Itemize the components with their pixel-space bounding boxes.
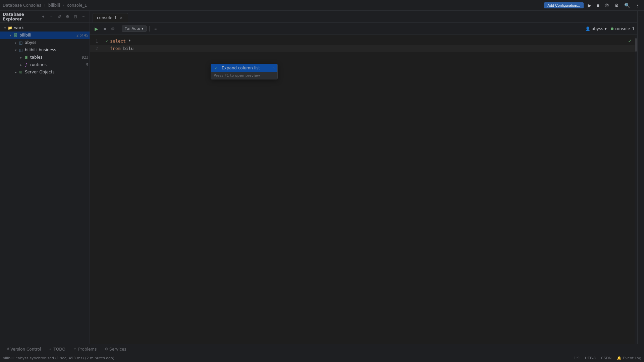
remove-icon-btn[interactable]: − [48,13,55,20]
user-icon: 👤 [585,26,590,31]
autocomplete-hint: Press F1 to open preview [211,72,277,79]
bottom-tab-version-control[interactable]: ⑆ Version Control [3,344,45,354]
add-icon-btn[interactable]: + [40,13,47,20]
stop-icon-btn[interactable]: ■ [595,2,601,9]
problems-icon: ⚠ [73,347,77,351]
connection-user-label: abyss [592,26,603,31]
status-msg-text: bilibili: *abyss synchronized (1 sec, 49… [3,356,114,360]
line-gutter-1: ✓ [103,38,110,45]
stop-button[interactable]: ■ [101,25,108,32]
code-text-1: select * [110,38,131,45]
scrollbar-thumb [635,38,637,52]
code-text-2: from bilu [110,45,133,52]
breadcrumb: Database Consoles › bilibili › console_1 [3,3,87,8]
title-bar: Database Consoles › bilibili › console_1… [0,0,644,11]
tree-item-tables[interactable]: ⊞ tables 923 [0,54,90,61]
status-event-log[interactable]: 🔔 Event Log [617,356,641,360]
connection-console-badge[interactable]: console_1 [611,26,635,31]
status-bar: bilibili: *abyss synchronized (1 sec, 49… [0,354,644,362]
add-configuration-button[interactable]: Add Configuration... [544,2,583,8]
tree-badge-bilibili: 2 of 45 [76,34,88,37]
bottom-tab-services[interactable]: ⚙ Services [101,344,130,354]
run-icon-btn[interactable]: ▶ [586,2,593,9]
valid-indicator-icon: ✓ [628,38,632,44]
tree-item-server-objects[interactable]: ⊞ Server Objects [0,68,90,76]
tree-item-routines[interactable]: ƒ routines 5 [0,61,90,68]
status-msg: bilibili: *abyss synchronized (1 sec, 49… [3,356,114,360]
position-text: 1:9 [574,356,580,360]
schema-icon-abyss: ◫ [18,40,23,45]
status-encoding[interactable]: UTF-8 [585,356,596,360]
tree-label-server-objects: Server Objects [25,70,88,74]
search-icon-btn[interactable]: 🔍 [623,2,631,9]
database-tree: 📁 work 🗄 bilibili 2 of 45 ◫ abyss ◫ bili… [0,23,90,344]
server-icon-objects: ⊞ [18,69,23,75]
left-panel: Database Explorer + − ↺ ⚙ ⊟ ⋯ 📁 work 🗄 [0,11,90,344]
table-group-icon-tables: ⊞ [23,55,29,60]
autocomplete-item-label: Expand column list [222,66,271,70]
check-icon-1: ✓ [105,38,108,45]
version-control-icon: ⑆ [7,347,9,351]
autocomplete-item-expand[interactable]: ✓ Expand column list › [211,64,277,72]
debug-icon-btn[interactable]: ⑩ [603,2,610,9]
breadcrumb-console[interactable]: console_1 [67,3,87,8]
chevron-work [3,25,7,30]
bottom-tab-problems-label: Problems [78,347,97,352]
tree-more-icon-btn[interactable]: ⋯ [80,13,87,20]
chevron-bilibili-business [13,48,18,52]
panel-header: Database Explorer + − ↺ ⚙ ⊟ ⋯ [0,11,90,23]
tree-item-work[interactable]: 📁 work [0,24,90,32]
main-layout: Database Explorer + − ↺ ⚙ ⊟ ⋯ 📁 work 🗄 [0,11,644,344]
bottom-panel: ⑆ Version Control ✓ TODO ⚠ Problems ⚙ Se… [0,344,644,354]
services-icon: ⚙ [105,347,108,351]
tree-label-routines: routines [30,62,85,67]
tree-item-abyss[interactable]: ◫ abyss [0,39,90,46]
filter-icon-btn[interactable]: ⊟ [72,13,79,20]
debug-toolbar-button[interactable]: ⑩ [109,25,116,32]
tree-badge-routines: 5 [86,63,88,67]
tree-badge-tables: 923 [82,56,88,59]
bottom-tab-problems[interactable]: ⚠ Problems [69,344,101,354]
more-toolbar-button[interactable]: ≡ [152,25,159,32]
panel-title: Database Explorer [3,12,40,21]
tree-item-bilibili[interactable]: 🗄 bilibili 2 of 45 [0,32,90,39]
tab-close-icon[interactable]: ✕ [119,15,124,20]
breadcrumb-bilibili[interactable]: bilibili [48,3,60,8]
right-content: console_1 ✕ ▶ ■ ⑩ Tx: Auto ▾ ≡ 👤 abyss ▾ [90,11,637,344]
run-button[interactable]: ▶ [93,25,100,33]
tx-badge[interactable]: Tx: Auto ▾ [122,25,147,32]
settings-icon-btn[interactable]: ⚙ [613,2,620,9]
scrollbar[interactable] [635,35,637,344]
bottom-tab-todo-label: TODO [54,347,65,352]
conn-chevron-icon: ▾ [604,26,606,31]
right-sidebar-icon: ⋮ [638,13,644,19]
folder-icon-work: 📁 [7,25,13,31]
right-sidebar: ⋮ [637,11,644,344]
status-position[interactable]: 1:9 [574,356,580,360]
more-icon-btn[interactable]: ⋮ [634,2,641,9]
autocomplete-expand-icon: ✓ [214,65,219,71]
title-bar-right: Add Configuration... ▶ ■ ⑩ ⚙ 🔍 ⋮ [544,2,641,9]
panel-toolbar: + − ↺ ⚙ ⊟ ⋯ [40,13,87,20]
tree-item-bilibili-business[interactable]: ◫ bilibili_business [0,46,90,54]
tx-label: Tx: Auto [125,26,140,31]
schema-icon-bilibili-business: ◫ [18,47,23,53]
refresh-icon-btn[interactable]: ↺ [56,13,63,20]
tree-label-abyss: abyss [25,40,88,45]
connection-info: 👤 abyss ▾ console_1 [585,23,635,35]
bottom-tab-todo[interactable]: ✓ TODO [45,344,69,354]
tree-label-tables: tables [30,55,80,60]
editor-content: 1 ✓ select * 2 from bilu [90,35,637,55]
toolbar-separator-2 [149,26,150,32]
tab-console-1[interactable]: console_1 ✕ [93,13,128,22]
event-log-icon: 🔔 [617,356,622,360]
todo-icon: ✓ [49,347,52,351]
editor-tabs: console_1 ✕ [90,11,637,23]
code-line-1: 1 ✓ select * [90,38,637,45]
event-log-text: Event Log [623,356,641,360]
settings-tree-icon-btn[interactable]: ⚙ [64,13,71,20]
autocomplete-popup: ✓ Expand column list › Press F1 to open … [211,64,278,79]
editor-area[interactable]: 1 ✓ select * 2 from bilu ✓ Expand co [90,35,637,344]
status-csdn[interactable]: CSDN [601,356,611,360]
connection-user-badge[interactable]: 👤 abyss ▾ [585,26,607,31]
